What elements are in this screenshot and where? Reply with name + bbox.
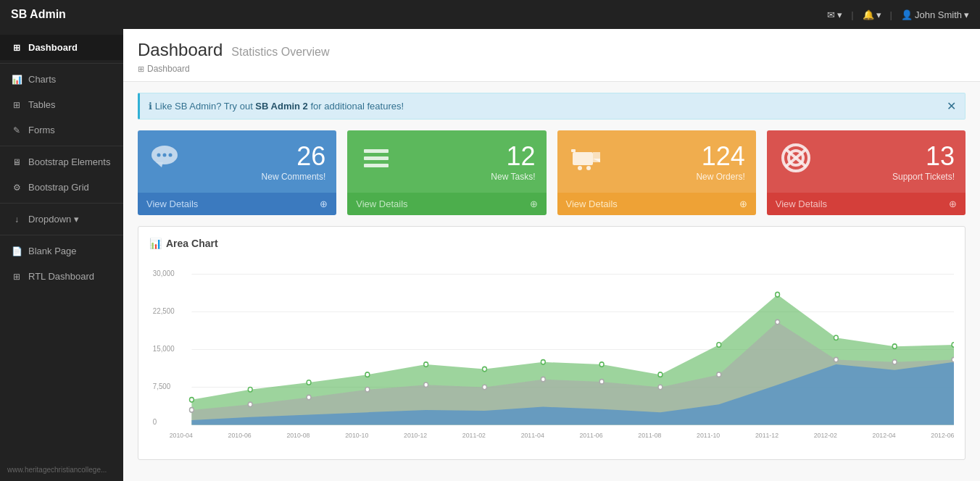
comments-card-footer[interactable]: View Details ⊕ bbox=[138, 193, 336, 215]
svg-marker-1 bbox=[156, 162, 163, 167]
chart-title-text: Area Chart bbox=[166, 238, 218, 249]
gray-point-9 bbox=[658, 385, 663, 390]
gray-point-13 bbox=[892, 360, 897, 365]
gray-point-7 bbox=[541, 377, 545, 382]
svg-point-3 bbox=[163, 153, 167, 156]
sidebar-item-charts[interactable]: 📊 Charts bbox=[0, 67, 123, 92]
comments-count: 26 bbox=[262, 141, 326, 172]
sidebar-item-dropdown[interactable]: ↓ Dropdown ▾ bbox=[0, 206, 123, 232]
green-point-9 bbox=[658, 372, 663, 377]
page-header: Dashboard Statistics Overview ⊞ Dashboar… bbox=[123, 29, 980, 82]
sidebar-item-forms[interactable]: ✎ Forms bbox=[0, 117, 123, 143]
svg-rect-13 bbox=[571, 149, 576, 152]
sidebar-label-dropdown: Dropdown ▾ bbox=[28, 214, 79, 225]
sidebar-label-tables: Tables bbox=[28, 99, 56, 110]
user-icon: 👤 bbox=[901, 9, 913, 20]
svg-text:2010-10: 2010-10 bbox=[345, 431, 368, 439]
sidebar-label-bootstrap-elements: Bootstrap Elements bbox=[28, 156, 110, 167]
tasks-card-footer[interactable]: View Details ⊕ bbox=[347, 193, 546, 215]
green-point-1 bbox=[190, 398, 194, 403]
mail-nav-item[interactable]: ✉ ▾ bbox=[827, 9, 842, 20]
user-nav-item[interactable]: 👤 John Smith ▾ bbox=[901, 9, 969, 20]
tickets-card: 13 Support Tickets! View Details ⊕ bbox=[767, 130, 966, 215]
area-chart-section: 📊 Area Chart 30,000 22,500 15,000 7,500 … bbox=[138, 226, 966, 460]
tasks-card-top: 12 New Tasks! bbox=[347, 130, 546, 193]
sidebar-label-charts: Charts bbox=[28, 74, 56, 85]
chart-icon: 📊 bbox=[149, 238, 162, 249]
tasks-label: New Tasks! bbox=[491, 172, 535, 182]
forms-icon: ✎ bbox=[11, 125, 22, 135]
gray-point-2 bbox=[248, 402, 252, 407]
orders-card-icon bbox=[568, 142, 605, 182]
alert-text-after: for additional features! bbox=[308, 101, 404, 112]
orders-card: 124 New Orders! View Details ⊕ bbox=[557, 130, 756, 215]
tickets-count: 13 bbox=[892, 141, 955, 172]
alert-link[interactable]: SB Admin 2 bbox=[255, 101, 307, 112]
tickets-footer-text: View Details bbox=[776, 198, 827, 209]
bell-nav-item[interactable]: 🔔 ▾ bbox=[863, 9, 881, 20]
sidebar-item-bootstrap-elements[interactable]: 🖥 Bootstrap Elements bbox=[0, 149, 123, 175]
breadcrumb: ⊞ Dashboard bbox=[138, 64, 966, 74]
page-subtitle: Statistics Overview bbox=[231, 46, 329, 58]
app-brand[interactable]: SB Admin bbox=[11, 8, 66, 21]
sidebar-item-bootstrap-grid[interactable]: ⚙ Bootstrap Grid bbox=[0, 175, 123, 200]
gray-point-11 bbox=[776, 319, 780, 325]
comments-card-icon bbox=[149, 142, 185, 182]
green-point-5 bbox=[424, 362, 428, 367]
sidebar-label-dashboard: Dashboard bbox=[28, 42, 78, 53]
tasks-card-icon bbox=[358, 142, 394, 182]
green-point-2 bbox=[248, 388, 252, 393]
svg-text:22,500: 22,500 bbox=[153, 306, 175, 315]
bootstrap-grid-icon: ⚙ bbox=[11, 183, 22, 193]
charts-icon: 📊 bbox=[11, 75, 22, 85]
svg-point-12 bbox=[586, 166, 591, 170]
comments-card-top: 26 New Comments! bbox=[138, 130, 336, 193]
info-alert: ℹ Like SB Admin? Try out SB Admin 2 for … bbox=[138, 93, 966, 120]
tickets-card-icon bbox=[778, 142, 814, 182]
sidebar-item-tables[interactable]: ⊞ Tables bbox=[0, 92, 123, 117]
svg-text:2011-04: 2011-04 bbox=[521, 431, 544, 439]
green-point-8 bbox=[599, 362, 604, 367]
green-point-13 bbox=[892, 344, 897, 349]
sidebar-item-dashboard[interactable]: ⊞ Dashboard bbox=[0, 35, 123, 60]
sidebar-divider-3 bbox=[0, 203, 123, 204]
tickets-label: Support Tickets! bbox=[892, 172, 955, 182]
tasks-count: 12 bbox=[491, 141, 535, 172]
svg-text:2010-06: 2010-06 bbox=[228, 431, 252, 439]
alert-content: ℹ Like SB Admin? Try out SB Admin 2 for … bbox=[149, 101, 404, 112]
green-point-6 bbox=[483, 367, 487, 372]
svg-point-4 bbox=[169, 153, 173, 156]
svg-text:2012-06: 2012-06 bbox=[931, 431, 954, 439]
green-point-10 bbox=[717, 343, 721, 348]
breadcrumb-label: Dashboard bbox=[147, 64, 190, 74]
sidebar-label-bootstrap-grid: Bootstrap Grid bbox=[28, 182, 89, 193]
rtl-icon: ⊞ bbox=[11, 272, 22, 282]
breadcrumb-icon: ⊞ bbox=[138, 64, 144, 74]
svg-text:2012-02: 2012-02 bbox=[814, 431, 837, 439]
nav-separator-1: | bbox=[851, 9, 853, 20]
content-area: ℹ Like SB Admin? Try out SB Admin 2 for … bbox=[123, 82, 980, 471]
sidebar-item-blank-page[interactable]: 📄 Blank Page bbox=[0, 238, 123, 264]
svg-text:2011-10: 2011-10 bbox=[697, 431, 720, 439]
green-point-11 bbox=[776, 292, 780, 297]
user-name: John Smith bbox=[915, 9, 962, 20]
orders-card-footer[interactable]: View Details ⊕ bbox=[557, 193, 756, 215]
area-chart: 30,000 22,500 15,000 7,500 0 bbox=[149, 260, 954, 448]
orders-card-top: 124 New Orders! bbox=[557, 130, 756, 193]
gray-point-10 bbox=[717, 372, 721, 377]
orders-footer-text: View Details bbox=[566, 198, 618, 209]
gray-point-4 bbox=[365, 388, 370, 393]
svg-text:2011-12: 2011-12 bbox=[755, 431, 778, 439]
comments-label: New Comments! bbox=[262, 172, 326, 182]
alert-close-button[interactable]: ✕ bbox=[947, 99, 956, 113]
green-point-3 bbox=[307, 380, 311, 385]
tickets-card-footer[interactable]: View Details ⊕ bbox=[767, 193, 966, 215]
svg-text:2010-04: 2010-04 bbox=[170, 431, 193, 439]
sidebar-item-rtl-dashboard[interactable]: ⊞ RTL Dashboard bbox=[0, 264, 123, 289]
green-point-4 bbox=[365, 372, 370, 377]
navbar-right: ✉ ▾ | 🔔 ▾ | 👤 John Smith ▾ bbox=[827, 9, 969, 20]
sidebar-label-rtl: RTL Dashboard bbox=[28, 271, 94, 282]
svg-text:15,000: 15,000 bbox=[153, 344, 175, 353]
gray-point-14 bbox=[952, 357, 954, 362]
user-caret: ▾ bbox=[964, 9, 969, 20]
